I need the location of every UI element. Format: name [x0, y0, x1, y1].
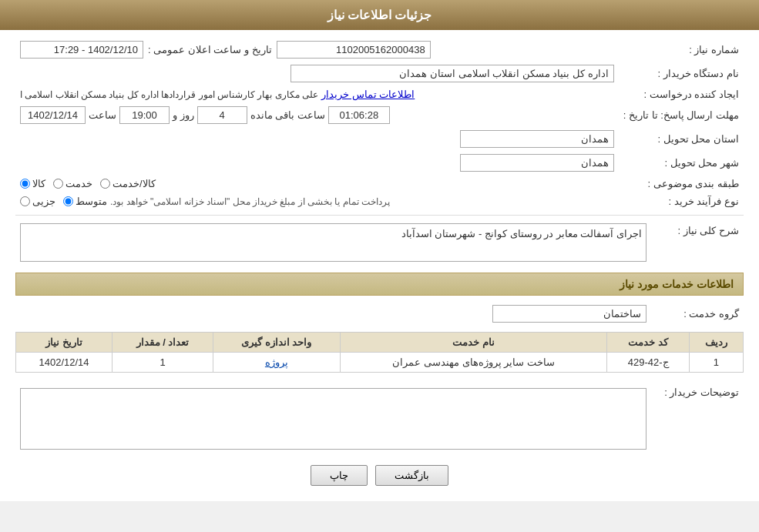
cell-row-num: 1 [689, 353, 743, 373]
process-mutavasit: متوسط [63, 196, 107, 207]
services-table-header-row: ردیف کد خدمت نام خدمت واحد اندازه گیری ت… [16, 333, 744, 353]
description-table: شرح کلی نیاز : اجرای آسفالت معابر در روس… [15, 220, 744, 265]
description-label: شرح کلی نیاز : [651, 220, 744, 265]
process-note: پرداخت تمام یا بخشی از مبلغ خریداز محل "… [110, 196, 390, 207]
city-field: همدان [460, 154, 614, 172]
service-group-label: گروه خدمت : [651, 302, 744, 326]
buyer-org-value: اداره کل بنیاد مسکن انقلاب اسلامی استان … [15, 62, 619, 85]
category-label: طبقه بندی موضوعی : [619, 175, 744, 192]
requester-row: ایجاد کننده درخواست : اطلاعات تماس خریدا… [15, 85, 744, 103]
province-field: همدان [460, 130, 614, 148]
buttons-row: بازگشت چاپ [15, 465, 744, 486]
back-button[interactable]: بازگشت [375, 465, 448, 486]
requester-label: ایجاد کننده درخواست : [619, 85, 744, 103]
buyer-org-row: نام دستگاه خریدار : اداره کل بنیاد مسکن … [15, 62, 744, 85]
col-name: نام خدمت [340, 333, 607, 353]
deadline-row: مهلت ارسال پاسخ: تا تاریخ : 01:06:28 ساع… [15, 103, 744, 127]
process-row: نوع فرآیند خرید : پرداخت تمام یا بخشی از… [15, 192, 744, 210]
buyer-notes-row: توضیحات خریدار : [15, 382, 744, 453]
requester-value: اطلاعات تماس خریدار علی مکاری بهار کارشن… [15, 85, 619, 103]
col-date: تاریخ نیاز [16, 333, 113, 353]
request-number-field: 1102005162000438 [277, 41, 431, 59]
cell-name: ساخت سایر پروژه‌های مهندسی عمران [340, 353, 607, 373]
remaining-label: ساعت باقی مانده [250, 109, 325, 121]
col-count: تعداد / مقدار [113, 333, 213, 353]
days-label: روز و [173, 109, 194, 121]
cell-unit: پروژه [213, 353, 340, 373]
page-header: جزئیات اطلاعات نیاز [0, 0, 759, 30]
service-group-field: ساختمان [492, 305, 646, 323]
services-section-header: اطلاعات خدمات مورد نیاز [15, 273, 744, 296]
process-mutavasit-radio[interactable] [63, 196, 73, 206]
services-data-table: ردیف کد خدمت نام خدمت واحد اندازه گیری ت… [15, 332, 744, 373]
buyer-org-label: نام دستگاه خریدار : [619, 62, 744, 85]
col-unit: واحد اندازه گیری [213, 333, 340, 353]
service-group-row: گروه خدمت : ساختمان [15, 302, 744, 326]
category-row: طبقه بندی موضوعی : کالا/خدمت خدمت کالا [15, 175, 744, 192]
separator-1 [15, 215, 744, 216]
table-row: 1 ج-42-429 ساخت سایر پروژه‌های مهندسی عم… [16, 353, 744, 373]
request-number-value: 1102005162000438 تاریخ و ساعت اعلان عموم… [15, 38, 619, 62]
cell-date: 1402/12/14 [16, 353, 113, 373]
content-area: شماره نیاز : 1102005162000438 تاریخ و سا… [0, 30, 759, 501]
services-table-body: 1 ج-42-429 ساخت سایر پروژه‌های مهندسی عم… [16, 353, 744, 373]
service-group-table: گروه خدمت : ساختمان [15, 302, 744, 326]
col-code: کد خدمت [607, 333, 689, 353]
process-value: پرداخت تمام یا بخشی از مبلغ خریداز محل "… [15, 192, 619, 210]
description-field: اجرای آسفالت معابر در روستای کوانج - شهر… [20, 223, 646, 262]
requester-name-field: علی مکاری بهار کارشناس امور قراردادها اد… [20, 89, 318, 100]
cell-count: 1 [113, 353, 213, 373]
announcement-field: 1402/12/10 - 17:29 [20, 41, 143, 59]
deadline-value: 01:06:28 ساعت باقی مانده 4 روز و 19:00 س… [15, 103, 619, 127]
province-value: همدان [15, 127, 619, 151]
page-container: جزئیات اطلاعات نیاز شماره نیاز : 1102005… [0, 0, 759, 501]
process-mutavasit-label: متوسط [76, 196, 107, 207]
category-kala: کالا [20, 178, 45, 189]
service-group-value-cell: ساختمان [15, 302, 651, 326]
time-field: 19:00 [119, 106, 170, 124]
description-row: شرح کلی نیاز : اجرای آسفالت معابر در روس… [15, 220, 744, 265]
process-jozi-label: جزیی [32, 196, 55, 207]
category-kala-label: کالا [32, 178, 45, 189]
category-khidmat-radio[interactable] [53, 179, 63, 189]
category-khidmat: خدمت [53, 178, 92, 189]
print-button[interactable]: چاپ [311, 465, 368, 486]
city-value: همدان [15, 151, 619, 175]
announcement-label: تاریخ و ساعت اعلان عمومی : [148, 44, 272, 55]
deadline-label: مهلت ارسال پاسخ: تا تاریخ : [619, 103, 744, 127]
time-label: ساعت [89, 109, 116, 121]
buyer-notes-field [20, 388, 646, 450]
process-label: نوع فرآیند خرید : [619, 192, 744, 210]
services-table-head: ردیف کد خدمت نام خدمت واحد اندازه گیری ت… [16, 333, 744, 353]
countdown-field: 01:06:28 [328, 106, 390, 124]
buyer-notes-label: توضیحات خریدار : [651, 382, 744, 453]
buyer-notes-table: توضیحات خریدار : [15, 382, 744, 453]
category-kala-khidmat-label: کالا/خدمت [113, 178, 156, 189]
col-row-num: ردیف [689, 333, 743, 353]
buyer-notes-value-cell [15, 382, 651, 453]
category-kala-khidmat: کالا/خدمت [100, 178, 156, 189]
province-row: استان محل تحویل : همدان [15, 127, 744, 151]
days-field: 4 [197, 106, 247, 124]
buyer-org-field: اداره کل بنیاد مسکن انقلاب اسلامی استان … [291, 65, 614, 82]
requester-contact-link[interactable]: اطلاعات تماس خریدار [321, 89, 415, 100]
province-label: استان محل تحویل : [619, 127, 744, 151]
description-value-cell: اجرای آسفالت معابر در روستای کوانج - شهر… [15, 220, 651, 265]
deadline-date-field: 1402/12/14 [20, 106, 86, 124]
category-value: کالا/خدمت خدمت کالا [15, 175, 619, 192]
city-row: شهر محل تحویل : همدان [15, 151, 744, 175]
info-table: شماره نیاز : 1102005162000438 تاریخ و سا… [15, 38, 744, 210]
request-number-row: شماره نیاز : 1102005162000438 تاریخ و سا… [15, 38, 744, 62]
category-kala-khidmat-radio[interactable] [100, 179, 110, 189]
category-kala-radio[interactable] [20, 179, 30, 189]
category-khidmat-label: خدمت [65, 178, 92, 189]
city-label: شهر محل تحویل : [619, 151, 744, 175]
process-jozi: جزیی [20, 196, 55, 207]
request-number-label: شماره نیاز : [619, 38, 744, 62]
page-title: جزئیات اطلاعات نیاز [327, 8, 432, 22]
process-jozi-radio[interactable] [20, 196, 30, 206]
cell-code: ج-42-429 [607, 353, 689, 373]
unit-link[interactable]: پروژه [265, 356, 288, 368]
